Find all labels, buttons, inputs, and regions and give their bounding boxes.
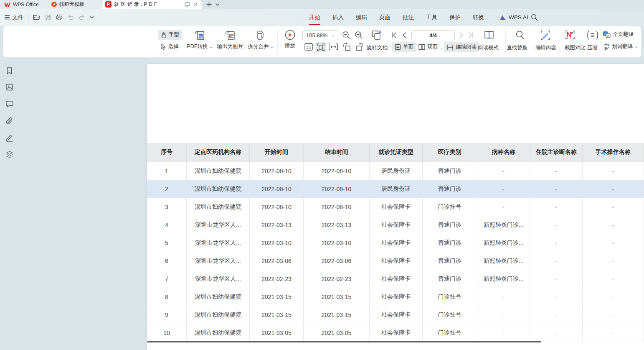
close-icon[interactable] <box>193 2 198 7</box>
header-cell: 序号 <box>147 143 186 162</box>
zoom-level-select[interactable]: 105.88% ⌄ <box>302 30 338 40</box>
page-indicator-value: 4/4 <box>429 32 437 38</box>
double-page-button[interactable]: 双页 ⌄ <box>416 42 446 52</box>
table-cell: - <box>582 306 644 324</box>
file-menu-button[interactable]: 文件 <box>4 14 23 21</box>
tab-document-active[interactable]: P 就医记录.PDF <box>101 0 202 9</box>
table-cell: 深圳市龙华区人... <box>186 216 249 234</box>
table-cell: 深圳市妇幼保健院 <box>186 324 249 342</box>
rotate-doc-label[interactable]: 旋转文档 <box>367 44 388 51</box>
save-icon[interactable] <box>45 14 51 20</box>
separator <box>505 29 506 54</box>
quick-access-chevron-icon[interactable] <box>90 16 94 19</box>
table-cell: 10 <box>147 324 186 342</box>
continuous-read-button[interactable]: 连续阅读 <box>444 42 479 52</box>
undo-icon[interactable] <box>67 15 74 20</box>
word-translate-icon: 文 A <box>603 43 610 50</box>
table-cell: - <box>582 198 644 216</box>
screenshot-compare-icon[interactable] <box>565 31 576 40</box>
redo-icon[interactable] <box>79 15 85 20</box>
actual-size-icon[interactable]: 1:1 <box>304 43 313 51</box>
records-table: 序号定点医药机构名称开始时间结束时间就诊凭证类型医疗类别病种名称住院主诊断名称手… <box>147 143 644 342</box>
last-page-icon[interactable] <box>468 32 474 38</box>
table-cell: 2022-03-13 <box>250 216 304 234</box>
tab-docer[interactable]: 找稻壳模板 <box>47 0 101 9</box>
tab-comment[interactable]: 批注 <box>403 14 414 21</box>
search-icon[interactable] <box>531 14 538 21</box>
svg-text:W: W <box>199 35 203 38</box>
prev-page-icon[interactable] <box>402 32 406 38</box>
table-cell: 2022-03-13 <box>303 216 369 234</box>
export-image-button[interactable]: 输出为图片 <box>215 30 246 50</box>
table-cell: 深圳市妇幼保健院 <box>186 198 249 216</box>
tab-wps-home[interactable]: WPS Office <box>0 0 47 9</box>
tab-edit[interactable]: 编辑 <box>356 14 367 21</box>
tab-list-chevron-icon[interactable] <box>216 3 220 6</box>
find-replace-icon[interactable] <box>516 31 525 39</box>
attachment-icon[interactable] <box>5 117 14 125</box>
next-page-icon[interactable] <box>459 32 464 38</box>
edit-content-icon[interactable] <box>541 31 550 40</box>
page-number-input[interactable]: 4/4 <box>411 30 455 40</box>
tab-convert[interactable]: 转换 <box>473 14 484 21</box>
word-translate-button[interactable]: 文 A 划词翻译 ⌄ <box>603 43 638 50</box>
single-page-button[interactable]: 单页 <box>392 42 416 52</box>
tab-tools[interactable]: 工具 <box>426 14 437 21</box>
screenshot-compare-label[interactable]: 截图对比 <box>565 44 586 51</box>
bookmark-icon[interactable] <box>5 67 13 75</box>
hand-tool-button[interactable]: 手型 <box>158 30 182 40</box>
replace-pages-icon[interactable] <box>371 30 382 40</box>
select-tool-button[interactable]: 选择 <box>158 42 182 51</box>
fit-width-icon[interactable] <box>329 43 338 50</box>
table-cell: 社会保障卡 <box>370 324 423 342</box>
table-cell: - <box>582 162 644 180</box>
print-icon[interactable] <box>56 14 63 20</box>
new-tab-icon[interactable] <box>206 1 212 8</box>
full-translate-button[interactable]: A 文 全文翻译 <box>603 31 634 38</box>
table-cell: 深圳市龙华区人... <box>186 234 249 252</box>
separator <box>277 29 278 54</box>
table-cell: 2022-03-10 <box>303 234 369 252</box>
signature-icon[interactable] <box>5 133 14 142</box>
pdf-convert-button[interactable]: W PDF转换 ⌄ <box>185 30 214 50</box>
fit-page-icon <box>317 43 325 51</box>
rotate-left-icon[interactable] <box>342 43 352 51</box>
comment-icon[interactable] <box>5 100 14 108</box>
docer-icon <box>51 2 57 7</box>
find-replace-label[interactable]: 查找替换 <box>507 44 527 51</box>
tab-protect[interactable]: 保护 <box>449 14 461 21</box>
compress-icon[interactable] <box>586 31 599 40</box>
layers-icon[interactable] <box>5 150 14 158</box>
tab-insert[interactable]: 插入 <box>332 14 344 21</box>
rotate-right-icon[interactable] <box>355 43 364 51</box>
first-page-icon[interactable] <box>391 32 397 38</box>
continuous-read-label: 连续阅读 <box>456 43 477 51</box>
zoom-out-icon[interactable] <box>342 31 350 39</box>
table-cell: 新冠肺炎门诊... <box>477 252 530 270</box>
compress-label[interactable]: 压缩 <box>587 44 598 51</box>
wps-ai-button[interactable]: WPS AI <box>499 9 528 26</box>
split-merge-button[interactable]: 拆分合并 ⌄ <box>246 30 276 50</box>
table-cell: - <box>530 324 582 342</box>
open-folder-icon[interactable] <box>33 14 41 20</box>
play-button[interactable]: 播放 <box>281 30 299 49</box>
edit-content-label[interactable]: 编辑内容 <box>535 44 556 51</box>
read-mode-book-icon[interactable] <box>484 30 494 40</box>
chevron-down-icon: ⌄ <box>209 45 213 49</box>
zoom-in-icon[interactable] <box>355 31 363 39</box>
table-cell: 2021-03-15 <box>250 306 304 324</box>
fit-page-button[interactable] <box>315 42 326 52</box>
table-header-row: 序号定点医药机构名称开始时间结束时间就诊凭证类型医疗类别病种名称住院主诊断名称手… <box>147 143 644 162</box>
read-mode-label[interactable]: 阅读模式 <box>478 44 499 51</box>
double-page-icon <box>418 44 425 50</box>
tab-page[interactable]: 页面 <box>379 14 390 21</box>
tab-home[interactable]: 开始 <box>309 14 320 21</box>
table-cell: 社会保障卡 <box>370 198 423 216</box>
header-cell: 就诊凭证类型 <box>370 143 423 162</box>
table-cell: 2022-08-10 <box>303 180 369 198</box>
file-menu-label: 文件 <box>12 14 23 21</box>
embedded-scrollbar <box>147 341 541 342</box>
table-cell: 6 <box>147 252 186 270</box>
detach-window-icon[interactable] <box>185 2 190 7</box>
thumbnail-icon[interactable] <box>5 83 13 91</box>
